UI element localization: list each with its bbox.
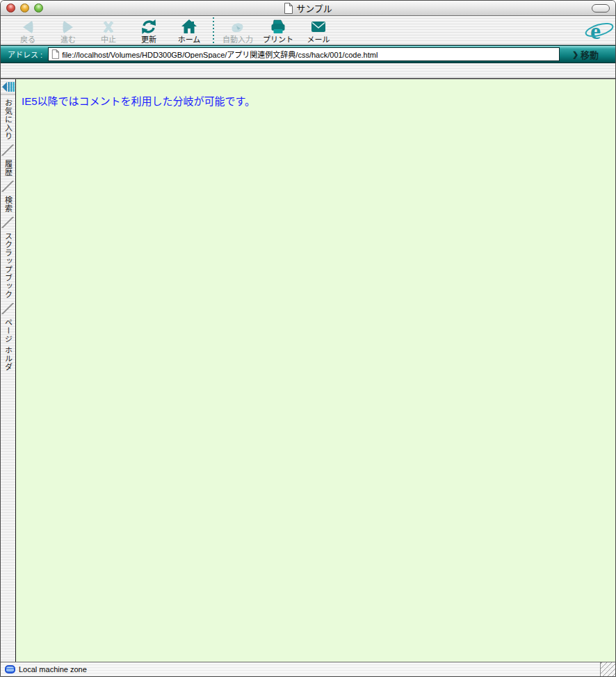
toolbar-button-label: ホーム: [178, 35, 201, 44]
sidebar-tab-separator: [1, 145, 15, 156]
explorer-sidebar: お気に入り 履歴 検索 スクラップブック ページ ホルダ: [1, 79, 16, 662]
ie-logo: e: [585, 17, 614, 44]
sidebar-tab-favorites[interactable]: お気に入り: [3, 95, 14, 145]
stop-button: 中止: [88, 16, 129, 45]
address-bar: アドレス : ❯ 移動: [1, 45, 615, 63]
content-area: IE5以降ではコメントを利用した分岐が可能です。: [16, 79, 615, 662]
toolbar-button-label: メール: [307, 35, 330, 44]
print-button[interactable]: プリント: [258, 16, 298, 45]
toolbar-separator: [209, 17, 218, 44]
status-text: Local machine zone: [19, 665, 600, 674]
sidebar-collapse-button[interactable]: [1, 79, 15, 95]
address-field: [48, 47, 560, 61]
security-zone-icon: [5, 665, 15, 674]
autofill-button: 自動入力: [218, 16, 258, 45]
mail-button[interactable]: メール: [298, 16, 339, 45]
close-button[interactable]: [6, 3, 15, 13]
forward-button: 進む: [48, 16, 88, 45]
sidebar-tab-separator: [1, 181, 15, 192]
browser-window: サンプル 戻る 進む 中止: [0, 0, 616, 677]
toolbar-spacer-band: [1, 63, 615, 79]
page-text: IE5以降ではコメントを利用した分岐が可能です。: [22, 93, 615, 108]
go-chevron-icon: ❯: [572, 50, 578, 59]
mail-icon: [310, 18, 327, 35]
address-input[interactable]: [62, 50, 556, 58]
window-title: サンプル: [296, 1, 332, 15]
stop-icon: [101, 18, 116, 35]
toolbar-button-label: 更新: [141, 35, 156, 44]
svg-text:e: e: [590, 18, 601, 44]
resize-grip[interactable]: [600, 662, 615, 677]
autofill-icon: [229, 18, 246, 35]
sidebar-tab-separator: [1, 303, 15, 314]
home-button[interactable]: ホーム: [169, 16, 209, 45]
sidebar-tab-search[interactable]: 検索: [3, 192, 14, 217]
address-document-icon: [51, 49, 59, 59]
zoom-button[interactable]: [34, 3, 43, 13]
main-toolbar: 戻る 進む 中止 更新: [1, 16, 615, 45]
sidebar-collapse-icon: [2, 82, 15, 92]
refresh-icon: [140, 18, 157, 35]
refresh-button[interactable]: 更新: [129, 16, 169, 45]
address-label: アドレス :: [8, 49, 42, 60]
home-icon: [181, 18, 197, 35]
toolbar-button-label: 戻る: [20, 35, 35, 44]
go-button[interactable]: ❯ 移動: [560, 47, 611, 62]
title-bar: サンプル: [1, 1, 615, 16]
sidebar-tab-scrapbook[interactable]: スクラップブック: [3, 228, 14, 303]
document-icon: [284, 3, 293, 14]
status-bar: Local machine zone: [1, 662, 615, 676]
forward-icon: [60, 18, 76, 35]
toolbar-toggle-button[interactable]: [592, 4, 610, 13]
toolbar-button-label: プリント: [263, 35, 293, 44]
sidebar-tab-pageholder[interactable]: ページ ホルダ: [3, 314, 14, 375]
back-icon: [19, 18, 36, 35]
toolbar-button-label: 中止: [101, 35, 116, 44]
minimize-button[interactable]: [20, 3, 29, 13]
sidebar-tab-history[interactable]: 履歴: [3, 156, 14, 181]
go-button-label: 移動: [581, 48, 599, 61]
sidebar-tab-separator: [1, 217, 15, 228]
main-area: お気に入り 履歴 検索 スクラップブック ページ ホルダ IE5以降ではコメント…: [1, 79, 615, 662]
back-button: 戻る: [8, 16, 48, 45]
toolbar-button-label: 自動入力: [222, 35, 253, 44]
toolbar-button-label: 進む: [60, 35, 76, 44]
print-icon: [269, 18, 287, 35]
